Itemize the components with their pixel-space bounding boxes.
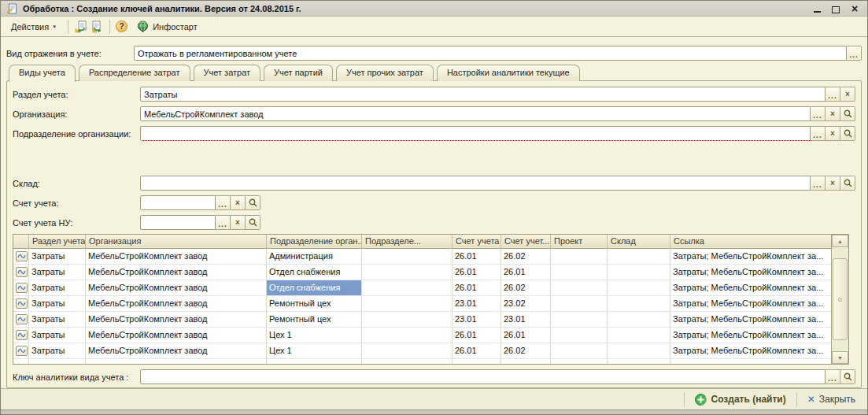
row-marker-cell[interactable] <box>13 296 29 312</box>
close-window-button[interactable]: × <box>850 4 859 13</box>
vertical-scrollbar[interactable]: ▲ ▼ <box>831 235 848 364</box>
help-icon[interactable]: ? <box>116 20 127 32</box>
podrazdelenie-search-button[interactable] <box>840 126 855 141</box>
column-header-proekt[interactable]: Проект <box>551 235 608 249</box>
tab-vidy-ucheta[interactable]: Виды учета <box>9 65 76 82</box>
razdel-ellipsis-button[interactable]: ... <box>826 87 840 102</box>
cell-schet[interactable]: 23.01 <box>452 296 501 312</box>
column-header-org[interactable]: Организация <box>86 235 267 249</box>
cell-razdel[interactable]: Затраты <box>29 265 86 280</box>
cell-schet[interactable]: 26.01 <box>452 328 501 343</box>
column-header-ssylka[interactable]: Ссылка <box>670 235 831 249</box>
cell-proekt[interactable] <box>551 312 608 328</box>
cell-org[interactable]: МебельСтройКомплект завод <box>86 280 267 296</box>
cell-ssylka[interactable]: Затраты; МебельСтройКомплект за... <box>670 296 831 312</box>
cell-ssylka[interactable]: Затраты; МебельСтройКомплект за... <box>670 265 831 280</box>
klyuch-input[interactable] <box>140 369 826 384</box>
cell-ssylka[interactable]: Затраты; МебельСтройКомплект за... <box>670 328 831 343</box>
infostart-button[interactable]: Инфостарт <box>131 18 203 35</box>
sklad-input[interactable] <box>140 176 811 191</box>
klyuch-search-button[interactable] <box>840 369 855 384</box>
row-marker-cell[interactable] <box>13 280 29 296</box>
schet-search-button[interactable] <box>246 195 260 210</box>
cell-razdel[interactable]: Затраты <box>29 312 86 328</box>
cell-schet[interactable]: 23.01 <box>452 312 501 328</box>
cell-razdel[interactable]: Затраты <box>29 280 86 296</box>
cell-proekt[interactable] <box>551 280 608 296</box>
razdel-input[interactable] <box>140 87 826 102</box>
cell-proekt[interactable] <box>551 296 608 312</box>
cell-proekt[interactable] <box>551 265 608 280</box>
row-marker-cell[interactable] <box>13 265 29 280</box>
save-settings-icon[interactable] <box>90 20 104 33</box>
sklad-clear-button[interactable]: × <box>826 176 840 191</box>
row-marker-cell[interactable] <box>13 328 29 343</box>
org-input[interactable] <box>140 106 811 121</box>
column-header-icon[interactable] <box>13 235 29 249</box>
cell-razdel[interactable]: Затраты <box>29 343 86 359</box>
cell-dept2[interactable] <box>362 328 452 343</box>
schet-nu-search-button[interactable] <box>246 215 260 230</box>
schet-nu-clear-button[interactable]: × <box>231 215 246 230</box>
cell-dept2[interactable] <box>362 280 452 296</box>
cell-dept2[interactable] <box>362 343 452 359</box>
schet-nu-input[interactable] <box>140 215 216 230</box>
tab-uchet-partiy[interactable]: Учет партий <box>264 65 333 81</box>
actions-menu-button[interactable]: Действия ▼ <box>6 20 62 34</box>
cell-razdel[interactable]: Затраты <box>29 328 86 343</box>
maximize-button[interactable] <box>831 4 840 13</box>
org-clear-button[interactable]: × <box>826 106 840 121</box>
cell-schet_nu[interactable]: 26.02 <box>501 343 551 359</box>
podrazdelenie-ellipsis-button[interactable]: ... <box>811 126 826 141</box>
tab-uchet-zatrat[interactable]: Учет затрат <box>194 65 261 81</box>
sklad-search-button[interactable] <box>840 176 855 191</box>
scroll-up-button[interactable]: ▲ <box>832 235 848 247</box>
cell-dept[interactable]: Цех 1 <box>267 343 362 359</box>
podrazdelenie-clear-button[interactable]: × <box>826 126 840 141</box>
cell-proekt[interactable] <box>551 249 608 265</box>
cell-razdel[interactable]: Затраты <box>29 296 86 312</box>
cell-schet_nu[interactable]: 23.02 <box>501 296 551 312</box>
cell-dept[interactable]: Ремонтный цех <box>267 296 362 312</box>
row-marker-cell[interactable] <box>13 343 29 359</box>
close-button[interactable]: ✕ Закрыть <box>802 391 861 407</box>
cell-sklad[interactable] <box>608 265 670 280</box>
column-header-schet[interactable]: Счет учета <box>452 235 501 249</box>
cell-razdel[interactable]: Затраты <box>29 249 86 265</box>
vid-input[interactable] <box>134 46 847 61</box>
tab-uchet-prochih-zatrat[interactable]: Учет прочих затрат <box>336 65 434 81</box>
row-marker-cell[interactable] <box>13 312 29 328</box>
podrazdelenie-input[interactable] <box>140 126 811 141</box>
cell-sklad[interactable] <box>608 343 670 359</box>
cell-dept[interactable]: Администрация <box>267 249 362 265</box>
vid-ellipsis-button[interactable]: ... <box>847 46 862 61</box>
cell-ssylka[interactable]: Затраты; МебельСтройКомплект за... <box>670 312 831 328</box>
cell-dept[interactable]: Отдел снабжения <box>267 265 362 280</box>
cell-schet_nu[interactable]: 26.02 <box>501 249 551 265</box>
cell-sklad[interactable] <box>608 312 670 328</box>
scrollbar-thumb[interactable] <box>833 258 848 340</box>
cell-ssylka[interactable]: Затраты; МебельСтройКомплект за... <box>670 343 831 359</box>
cell-dept[interactable]: Цех 1 <box>267 328 362 343</box>
cell-schet_nu[interactable]: 26.01 <box>501 328 551 343</box>
org-ellipsis-button[interactable]: ... <box>811 106 826 121</box>
cell-dept[interactable]: Отдел снабжения <box>267 280 362 296</box>
cell-dept2[interactable] <box>362 312 452 328</box>
cell-dept[interactable]: Ремонтный цех <box>267 312 362 328</box>
klyuch-ellipsis-button[interactable]: ... <box>826 369 840 384</box>
schet-input[interactable] <box>140 195 216 210</box>
cell-org[interactable]: МебельСтройКомплект завод <box>86 265 267 280</box>
org-search-button[interactable] <box>840 106 855 121</box>
column-header-sklad[interactable]: Склад <box>608 235 670 249</box>
cell-org[interactable]: МебельСтройКомплект завод <box>86 296 267 312</box>
razdel-clear-button[interactable]: × <box>840 87 855 102</box>
cell-org[interactable]: МебельСтройКомплект завод <box>86 249 267 265</box>
schet-nu-ellipsis-button[interactable]: ... <box>216 215 231 230</box>
create-find-button[interactable]: Создать (найти) <box>689 391 791 408</box>
cell-ssylka[interactable]: Затраты; МебельСтройКомплект за... <box>670 280 831 296</box>
cell-schet[interactable]: 26.01 <box>452 265 501 280</box>
cell-sklad[interactable] <box>608 249 670 265</box>
column-header-schet_nu[interactable]: Счет учет... <box>501 235 551 249</box>
cell-org[interactable]: МебельСтройКомплект завод <box>86 312 267 328</box>
cell-schet_nu[interactable]: 26.02 <box>501 280 551 296</box>
